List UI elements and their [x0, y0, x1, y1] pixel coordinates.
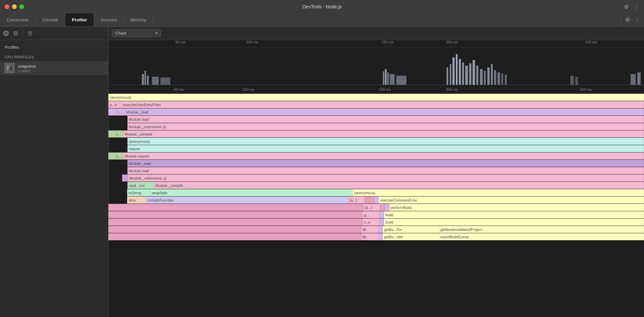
flame-indent-9 [108, 160, 127, 167]
flame-cell-sm-2 [374, 197, 379, 204]
flame-cell-slice[interactable]: slice [127, 197, 146, 204]
tab-bar: Connection Console Profiler Sources Memo… [0, 13, 644, 27]
svg-rect-51 [631, 74, 636, 85]
flame-cell-wrapsafe[interactable]: wrapSafe [150, 189, 353, 196]
flame-cell-sm-1 [369, 197, 374, 204]
flame-cell-anonymous-6[interactable]: (anonymous) [127, 138, 644, 145]
svg-rect-48 [505, 75, 507, 85]
main-layout: Profiles CPU PROFILES snapshot [0, 27, 644, 317]
minimap-time-50: 50 ms [176, 40, 186, 44]
flame-cell-m-19[interactable]: M... [361, 233, 378, 240]
svg-rect-36 [462, 62, 464, 85]
flame-time-250: 250 ms [580, 87, 592, 91]
close-button[interactable] [5, 4, 9, 9]
flame-cell-g-16[interactable]: g... [363, 211, 379, 218]
flame-cell-module-load-0[interactable]: Module._load [125, 108, 644, 115]
flame-cell-module-load-method[interactable]: Module.load [127, 116, 644, 123]
svg-rect-45 [494, 70, 496, 85]
flame-cell-a-15[interactable]: (a...) [363, 204, 380, 211]
tab-connection[interactable]: Connection [0, 13, 36, 26]
flame-cell-a-14[interactable]: (a...) [348, 197, 365, 204]
maximize-button[interactable] [19, 4, 24, 9]
flame-cell-execute-user-entry[interactable]: executeUserEntryPoint [122, 101, 644, 108]
settings-icon[interactable]: ⚙ [624, 4, 629, 10]
minimap-top-axis: 50 ms 100 ms 150 ms 200 ms 250 ms [108, 40, 644, 47]
flame-cell-reportbuild[interactable]: reportBuildQueue [439, 233, 644, 240]
flame-row-14: slice compileFunction (a...) executeComm… [108, 197, 644, 204]
tab-memory[interactable]: Memory [124, 13, 153, 26]
svg-rect-50 [575, 77, 578, 85]
svg-rect-28 [387, 72, 389, 85]
svg-rect-42 [484, 71, 486, 85]
flame-cell-blank-19 [108, 233, 361, 240]
record-button[interactable] [3, 31, 9, 36]
flame-cell-anonymous-0[interactable]: (anonymous) [108, 94, 644, 101]
flame-cell-module-load-2[interactable]: Module.load [127, 167, 644, 174]
flame-cell-indent-5a [108, 130, 115, 137]
chart-select[interactable]: Chart Heavy (Bottom Up) Tree (Top Down) [112, 29, 161, 37]
svg-rect-26 [383, 71, 384, 85]
flame-cell-sm-15 [380, 204, 385, 211]
flame-cell-getbu-for[interactable]: getBu...For [383, 226, 439, 233]
flame-cell-indent-2a [108, 108, 117, 115]
window-title: DevTools - Node.js [302, 4, 342, 9]
flame-row-1: p...n executeUserEntryPoint [108, 101, 644, 108]
flame-cell-getnext[interactable]: getNextInvalidatedProject [439, 226, 644, 233]
delete-button[interactable] [26, 30, 34, 37]
flame-cell-executecommandline[interactable]: executeCommandLine [379, 197, 644, 204]
flame-cell-readsync[interactable]: read...ync [127, 182, 154, 189]
svg-rect-29 [390, 74, 395, 85]
flame-cell-anonymous-13[interactable]: (anonymous) [353, 189, 644, 196]
chart-select-wrapper[interactable]: Chart Heavy (Bottom Up) Tree (Top Down) … [112, 29, 161, 37]
snapshot-name: snapshot [18, 64, 36, 69]
flame-cell-build-0[interactable]: build [384, 211, 644, 218]
snapshot-item[interactable]: snapshot Loaded [0, 61, 108, 75]
flame-cell-i[interactable]: i... [117, 108, 125, 115]
title-bar: DevTools - Node.js ⚙ ⋮ [0, 0, 644, 13]
tab-sources[interactable]: Sources [94, 13, 124, 26]
flame-cell-module-compile-1[interactable]: Module._compile [154, 182, 644, 189]
flame-cell-require[interactable]: require [127, 145, 644, 152]
svg-rect-34 [456, 54, 457, 85]
flame-indent-8a [108, 152, 115, 160]
flame-cell-compilefunction[interactable]: compileFunction [146, 197, 348, 204]
flame-cell-paren-5[interactable]: (... [115, 130, 123, 137]
tab-profiler[interactable]: Profiler [65, 13, 94, 26]
minimize-button[interactable] [12, 4, 17, 9]
devtools-more-icon[interactable]: ⋮ [635, 17, 640, 23]
flame-row-2: i... Module._load [108, 108, 644, 116]
flame-cell-module-compile-0[interactable]: Module._compile [123, 130, 644, 137]
right-toolbar: Chart Heavy (Bottom Up) Tree (Top Down) … [108, 27, 644, 40]
flame-cell-pn[interactable]: p...n [108, 101, 122, 108]
flame-row-17: r...e build [108, 219, 644, 226]
snapshot-info: snapshot Loaded [18, 64, 36, 73]
flame-cell-module-require[interactable]: Module.require [123, 152, 644, 160]
flame-cell-tostring[interactable]: toString [127, 189, 150, 196]
flame-cell-build-1[interactable]: build [384, 219, 644, 226]
devtools-settings-icon[interactable]: ⚙ [625, 17, 630, 23]
flame-cell-getbu-rder[interactable]: getBu...rder [383, 233, 439, 240]
minimap-time-100: 100 ms [246, 40, 258, 44]
svg-rect-49 [570, 76, 574, 85]
flame-cell-performbuild[interactable]: performBuild [389, 204, 644, 211]
svg-rect-21 [142, 74, 144, 85]
flame-row-11: Module._extensions..js [108, 175, 644, 182]
flame-cell-module-extensions[interactable]: Module._extensions..js [127, 123, 644, 130]
svg-rect-14 [10, 66, 12, 71]
sidebar: Profiles CPU PROFILES snapshot [0, 27, 108, 317]
flame-row-15: (a...) performBuild [108, 204, 644, 211]
flame-indent-4 [108, 123, 127, 130]
window-controls[interactable] [5, 4, 24, 9]
svg-rect-43 [488, 67, 490, 85]
snapshot-status: Loaded [18, 69, 36, 73]
flame-cell-module-load-1[interactable]: Module._load [127, 160, 644, 167]
more-options-icon[interactable]: ⋮ [634, 4, 639, 10]
svg-rect-23 [147, 76, 148, 85]
flame-cell-paren-8[interactable]: (... [115, 152, 123, 160]
flame-cell-module-extensions-2[interactable]: Module._extensions..js [128, 175, 644, 182]
stop-button[interactable] [12, 30, 19, 37]
flame-cell-m-18[interactable]: M... [361, 226, 378, 233]
svg-rect-35 [459, 59, 461, 85]
tab-console[interactable]: Console [36, 13, 65, 26]
flame-cell-re-17[interactable]: r...e [363, 219, 379, 226]
